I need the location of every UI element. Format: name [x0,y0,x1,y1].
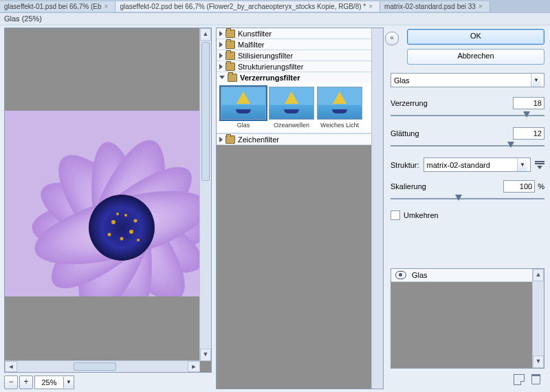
zoom-value: 25% [35,378,63,386]
category-zeichenfilter[interactable]: Zeichenfilter [217,133,383,145]
tab-label: glaseffekt-01.psd bei 66,7% (Eb [4,3,102,10]
verzerrung-slider[interactable] [390,111,544,120]
checkbox-box[interactable] [390,210,400,220]
preview-scrollbar-horizontal[interactable]: ◄ ► [5,360,200,372]
document-tab[interactable]: matrix-02-standard.psd bei 33 × [380,1,490,12]
filter-thumb-weiches-licht[interactable]: Weiches Licht [317,87,362,129]
scroll-right-icon[interactable]: ► [188,361,200,372]
category-label: Verzerrungsfilter [240,74,300,82]
category-kunstfilter[interactable]: Kunstfilter [217,28,383,39]
triangle-right-icon [219,53,223,58]
texture-menu-icon[interactable] [535,161,544,169]
filter-thumb-glas[interactable]: Glas [221,87,266,129]
settings-pane: « OK Abbrechen Glas ▼ Verzerrung 18 Glät… [385,25,550,392]
folder-icon [226,135,235,144]
percent-label: % [538,182,544,190]
preview-canvas[interactable] [5,28,200,361]
param-verzerrung: Verzerrung 18 [390,97,544,109]
cancel-button[interactable]: Abbrechen [407,49,544,65]
trash-icon[interactable] [531,374,540,384]
filter-type-select[interactable]: Glas ▼ [390,73,544,87]
filter-categories-pane: Kunstfilter Malfilter Stilisierungsfilte… [214,25,385,392]
umkehren-checkbox[interactable]: Umkehren [390,210,544,220]
scroll-down-icon[interactable]: ▼ [200,349,211,361]
svg-point-15 [116,213,119,215]
ok-button[interactable]: OK [407,29,544,45]
category-label: Malfilter [238,41,265,49]
close-icon[interactable]: × [478,3,483,10]
slider-knob[interactable] [455,195,462,201]
close-icon[interactable]: × [368,3,373,10]
close-icon[interactable]: × [104,3,109,10]
thumbnail-label: Weiches Licht [317,122,362,129]
visibility-eye-icon[interactable] [395,271,406,279]
filter-thumb-ozeanwellen[interactable]: Ozeanwellen [269,87,314,129]
category-stilisierungsfilter[interactable]: Stilisierungsfilter [217,50,383,61]
document-tab-bar: glaseffekt-01.psd bei 66,7% (Eb × glasef… [0,0,550,12]
document-tab[interactable]: glaseffekt-02.psd bei 66,7% (Flower2_by_… [116,1,380,12]
filter-thumbnails: Glas Ozeanwellen Weiches Licht [217,83,383,133]
triangle-right-icon [219,42,223,47]
struktur-select[interactable]: matrix-02-standard ▼ [424,157,531,172]
checkbox-label: Umkehren [404,211,439,219]
zoom-in-button[interactable]: + [19,375,33,389]
scroll-thumb[interactable] [74,362,116,371]
skalierung-input[interactable]: 100 [503,180,535,193]
param-glaettung: Glättung 12 [390,127,544,140]
svg-point-8 [89,195,155,261]
preview-zoom-controls: − + 25% ▼ [4,375,212,389]
svg-point-16 [137,239,140,241]
stack-scrollbar[interactable]: ▲ ▼ [532,269,544,368]
slider-knob[interactable] [523,111,530,118]
glaettung-input[interactable]: 12 [513,127,544,140]
folder-icon [228,74,237,82]
effect-stack-row[interactable]: Glas [391,269,544,282]
thumbnail-label: Ozeanwellen [269,122,314,129]
dialog-title: Glas (25%) [0,13,550,25]
filter-category-list: Kunstfilter Malfilter Stilisierungsfilte… [217,28,383,145]
thumbnail-image [317,87,362,120]
chevron-down-icon[interactable]: ▼ [63,377,74,388]
param-label: Struktur: [390,161,419,169]
scroll-up-icon[interactable]: ▲ [533,269,544,281]
glaettung-slider[interactable] [390,141,544,151]
svg-point-11 [120,237,124,241]
scroll-up-icon[interactable]: ▲ [200,28,211,41]
zoom-level-select[interactable]: 25% ▼ [34,375,74,389]
param-skalierung: Skalierung 100 % [390,180,544,193]
preview-frame: ▲ ▼ ◄ ► [4,28,212,373]
category-label: Stilisierungsfilter [238,52,293,60]
svg-point-9 [111,220,116,224]
thumbnail-image [221,87,266,120]
svg-point-14 [124,214,127,217]
filter-categories-frame: Kunstfilter Malfilter Stilisierungsfilte… [216,28,384,389]
param-label: Skalierung [390,182,503,190]
effect-name: Glas [412,271,428,279]
skalierung-slider[interactable] [390,194,544,204]
filter-scrollbar-vertical[interactable] [371,28,383,389]
folder-icon [226,63,235,71]
document-tab[interactable]: glaseffekt-01.psd bei 66,7% (Eb × [0,1,116,12]
select-value: Glas [394,76,410,85]
zoom-out-button[interactable]: − [4,375,18,389]
tab-label: glaseffekt-02.psd bei 66,7% (Flower2_by_… [120,3,366,10]
chevron-down-icon: ▼ [531,74,541,87]
param-label: Verzerrung [390,99,513,107]
category-malfilter[interactable]: Malfilter [217,39,383,50]
category-label: Zeichenfilter [238,135,279,144]
app-root: glaseffekt-01.psd bei 66,7% (Eb × glasef… [0,0,550,392]
scroll-thumb[interactable] [201,42,210,181]
slider-knob[interactable] [507,142,514,148]
preview-scrollbar-vertical[interactable]: ▲ ▼ [199,28,211,361]
folder-icon [226,52,235,60]
category-strukturierungsfilter[interactable]: Strukturierungsfilter [217,61,383,72]
new-effect-layer-icon[interactable] [514,374,525,385]
param-label: Glättung [390,129,513,138]
svg-point-12 [108,233,111,237]
collapse-button[interactable]: « [385,32,399,45]
chevron-down-icon: ▼ [517,158,527,171]
category-verzerrungsfilter[interactable]: Verzerrungsfilter Glas Ozeanwellen [217,72,383,133]
verzerrung-input[interactable]: 18 [513,97,544,109]
scroll-left-icon[interactable]: ◄ [5,361,17,372]
scroll-down-icon[interactable]: ▼ [533,356,544,368]
